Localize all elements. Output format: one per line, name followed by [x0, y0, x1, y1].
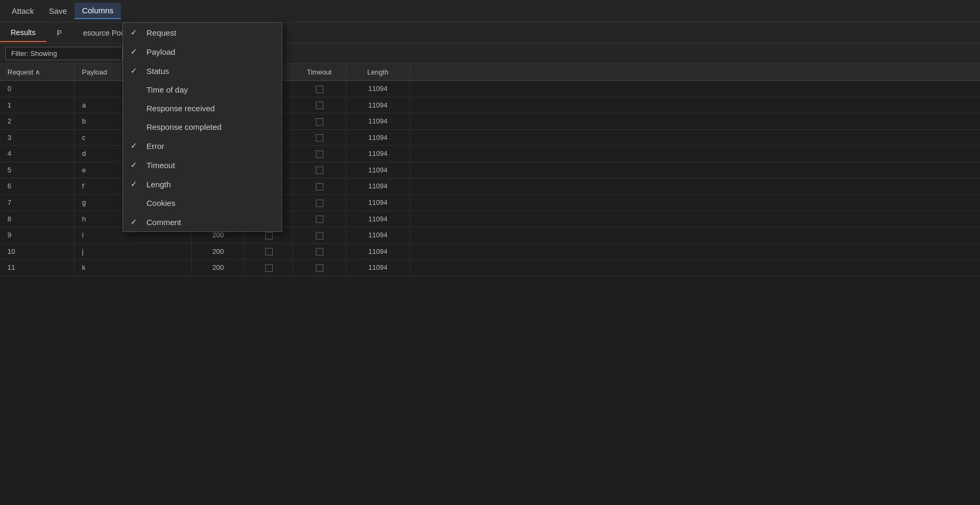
checkbox-timeout-col-5[interactable]: [316, 167, 323, 174]
table-row[interactable]: 11k20011094: [0, 260, 980, 276]
columns-menu-item-4[interactable]: Response received: [123, 99, 282, 118]
checkmark-icon: ✓: [130, 28, 141, 37]
filter-input[interactable]: Filter: Showing: [5, 47, 123, 60]
table-row[interactable]: 10j20011094: [0, 244, 980, 260]
checkbox-error-col-10[interactable]: [265, 248, 273, 255]
menu-bar: Attack Save Columns: [0, 0, 980, 22]
tab-p[interactable]: P: [46, 24, 72, 42]
th-length[interactable]: Length: [346, 64, 410, 80]
checkmark-icon: ✓: [130, 160, 141, 170]
checkbox-error-col-11[interactable]: [265, 264, 273, 272]
column-menu-label: Timeout: [146, 161, 175, 170]
column-menu-label: Payload: [146, 47, 175, 56]
column-menu-label: Cookies: [146, 198, 175, 208]
checkbox-timeout-col-1[interactable]: [316, 102, 323, 109]
menu-columns[interactable]: Columns: [75, 3, 121, 19]
checkbox-timeout-col-11[interactable]: [316, 264, 323, 272]
th-request[interactable]: Request ∧: [0, 64, 75, 80]
column-menu-label: Error: [146, 142, 164, 151]
checkbox-timeout-col-2[interactable]: [316, 118, 323, 126]
app-container: Attack Save Columns Results P esource Po…: [0, 0, 980, 505]
column-menu-label: Response completed: [146, 122, 222, 131]
column-menu-label: Response received: [146, 104, 215, 113]
columns-menu-item-0[interactable]: ✓Request: [123, 23, 282, 42]
column-menu-label: Status: [146, 67, 169, 76]
menu-attack[interactable]: Attack: [4, 3, 42, 19]
column-menu-label: Time of day: [146, 85, 188, 94]
checkmark-icon: ✓: [130, 141, 141, 151]
checkbox-timeout-col-8[interactable]: [316, 216, 323, 223]
columns-menu-item-3[interactable]: Time of day: [123, 80, 282, 99]
menu-save[interactable]: Save: [42, 3, 75, 19]
columns-menu-item-7[interactable]: ✓Timeout: [123, 155, 282, 175]
column-menu-label: Request: [146, 28, 176, 37]
columns-menu-item-2[interactable]: ✓Status: [123, 61, 282, 80]
columns-menu-item-10[interactable]: ✓Comment: [123, 212, 282, 231]
checkmark-icon: ✓: [130, 66, 141, 76]
columns-menu-item-9[interactable]: Cookies: [123, 194, 282, 212]
th-timeout[interactable]: Timeout: [293, 64, 346, 80]
checkbox-timeout-col-3[interactable]: [316, 134, 323, 142]
checkmark-icon: ✓: [130, 47, 141, 56]
checkbox-timeout-col-9[interactable]: [316, 232, 323, 239]
columns-menu-item-8[interactable]: ✓Length: [123, 175, 282, 194]
columns-menu-item-5[interactable]: Response completed: [123, 118, 282, 136]
columns-menu-item-1[interactable]: ✓Payload: [123, 42, 282, 61]
checkbox-timeout-col-4[interactable]: [316, 151, 323, 158]
checkbox-timeout-col-0[interactable]: [316, 86, 323, 93]
checkbox-timeout-col-6[interactable]: [316, 183, 323, 191]
checkbox-timeout-col-7[interactable]: [316, 200, 323, 207]
column-menu-label: Length: [146, 180, 171, 189]
columns-menu-item-6[interactable]: ✓Error: [123, 136, 282, 155]
checkbox-timeout-col-10[interactable]: [316, 248, 323, 255]
checkmark-icon: ✓: [130, 179, 141, 189]
columns-dropdown: ✓Request✓Payload✓StatusTime of dayRespon…: [123, 22, 282, 232]
checkmark-icon: ✓: [130, 217, 141, 227]
tab-results[interactable]: Results: [0, 24, 46, 42]
column-menu-label: Comment: [146, 218, 181, 227]
checkbox-error-col-9[interactable]: [265, 232, 273, 239]
